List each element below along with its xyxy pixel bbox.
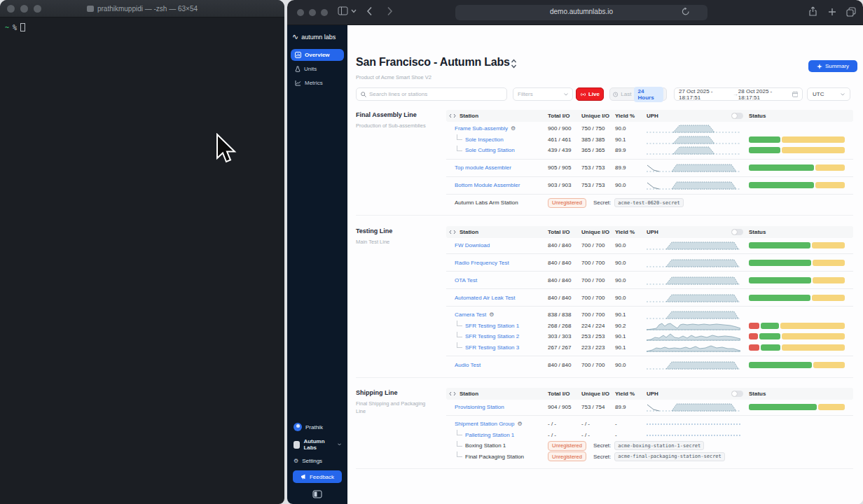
org-logo [294, 441, 300, 449]
secret-value[interactable]: acme-test-0620-secret [614, 198, 684, 207]
sidebar-item-metrics[interactable]: Metrics [291, 77, 344, 89]
summary-button[interactable]: Summary [808, 60, 857, 72]
table-row: Boxing Station 1UnregisteredSecret:acme-… [446, 440, 853, 451]
station-cell: SFR Testing Station 2 [446, 333, 548, 340]
feedback-button[interactable]: Feedback [293, 470, 342, 483]
secret-value[interactable]: acme-final-packaging-station-secret [614, 452, 725, 461]
minimize-window-button[interactable] [309, 9, 316, 16]
status-segment-green [749, 362, 812, 368]
status-bar [749, 295, 845, 301]
station-cell: Autumn Labs Arm Station [446, 200, 548, 206]
sidebar-toggle-icon[interactable] [338, 6, 348, 15]
zoom-window-button[interactable] [321, 9, 328, 16]
station-link[interactable]: SFR Testing Station 2 [465, 333, 519, 340]
station-table: StationTotal I/OUnique I/OYield %UPHStat… [446, 388, 853, 462]
station-link[interactable]: FW Download [455, 242, 490, 248]
terminal-icon [87, 6, 94, 12]
status-segment-green [749, 242, 810, 248]
status-segment-yellow [813, 277, 845, 284]
station-link[interactable]: Radio Frequency Test [455, 260, 509, 266]
chevron-down-icon[interactable] [351, 9, 357, 13]
terminal-window[interactable]: prathikmuppidi — -zsh — 63×54 ~ % [0, 0, 284, 504]
refresh-icon[interactable] [682, 7, 690, 16]
gear-icon[interactable]: ⚙ [511, 125, 516, 132]
settings-item[interactable]: ⚙ Settings [287, 454, 347, 468]
browser-traffic-lights[interactable] [297, 9, 328, 16]
org-switcher[interactable]: Autumn Labs [287, 435, 347, 454]
section-subtitle: Main Test Line [356, 238, 433, 246]
expand-columns-icon[interactable] [449, 113, 456, 118]
station-link[interactable]: Sole Cutting Station [465, 147, 515, 153]
section-divider [356, 215, 853, 216]
url-field[interactable]: demo.autumnlabs.io [455, 5, 707, 20]
timezone-select[interactable]: UTC [807, 88, 850, 101]
uph-sparkline [647, 402, 749, 412]
date-range-picker[interactable]: 27 Oct 2025 - 18:17:51 → 28 Oct 2025 - 1… [674, 88, 803, 101]
status-toggle[interactable] [731, 391, 743, 397]
expand-columns-icon[interactable] [449, 391, 456, 396]
secret-label: Secret: [593, 442, 611, 449]
station-link[interactable]: Audio Test [455, 362, 481, 368]
status-cell [749, 147, 845, 153]
station-link[interactable]: Camera Test [455, 312, 486, 318]
station-label: Autumn Labs Arm Station [455, 200, 518, 206]
secret-value[interactable]: acme-boxing-station-1-secret [614, 441, 704, 450]
status-bar [749, 164, 845, 171]
unique-io-value: 700 / 700 [581, 295, 615, 301]
time-range-control[interactable]: Last 24 Hours [609, 88, 667, 101]
gear-icon[interactable]: ⚙ [517, 421, 522, 427]
station-link[interactable]: SFR Testing Station 3 [465, 344, 519, 351]
search-input[interactable]: Search lines or stations [356, 88, 507, 101]
station-header: Station [446, 229, 548, 235]
uph-sparkline [647, 145, 749, 155]
expand-columns-icon[interactable] [449, 230, 456, 234]
station-link[interactable]: Shipment Station Group [455, 421, 514, 427]
app-logo[interactable]: ∿ autumn labs [287, 25, 347, 47]
station-cell: Palletizing Station 1 [446, 432, 548, 438]
forward-icon[interactable] [387, 6, 393, 16]
user-menu[interactable]: Prathik [287, 419, 347, 435]
terminal-body[interactable]: ~ % [0, 18, 284, 37]
tree-connector [457, 441, 462, 447]
new-tab-icon[interactable] [828, 8, 836, 16]
status-toggle[interactable] [731, 229, 743, 235]
back-icon[interactable] [366, 6, 373, 16]
station-link[interactable]: Top module Assembler [455, 164, 511, 171]
station-cell: Provisioning Station [446, 404, 548, 410]
total-io-header: Total I/O [548, 113, 581, 119]
station-link[interactable]: Provisioning Station [455, 404, 504, 410]
tabs-icon[interactable] [846, 7, 856, 17]
live-button[interactable]: Live [576, 88, 604, 101]
status-bar [749, 323, 845, 329]
station-link[interactable]: SFR Testing Station 1 [465, 323, 519, 329]
sidebar-item-overview[interactable]: Overview [291, 49, 344, 61]
total-io-value: 439 / 439 [548, 147, 581, 153]
site-selector[interactable] [511, 59, 517, 71]
station-link[interactable]: Palletizing Station 1 [465, 432, 514, 438]
table-row: SFR Testing Station 1268 / 268224 / 2249… [446, 321, 853, 332]
share-icon[interactable] [808, 6, 817, 17]
sidebar-item-units[interactable]: Units [291, 63, 344, 75]
section-info: Testing LineMain Test Line [356, 227, 443, 246]
collapse-sidebar-button[interactable] [287, 490, 347, 498]
status-segment-green [749, 147, 780, 153]
station-link[interactable]: OTA Test [455, 277, 477, 284]
table-row: OTA Test840 / 840700 / 70090.0 [446, 274, 853, 286]
total-io-value: 840 / 840 [548, 277, 581, 284]
table-row: Bottom Module Assembler903 / 903753 / 75… [446, 180, 853, 191]
station-link[interactable]: Automated Air Leak Test [455, 295, 516, 301]
station-link[interactable]: Bottom Module Assembler [455, 182, 520, 188]
status-toggle[interactable] [731, 113, 743, 119]
terminal-titlebar[interactable]: prathikmuppidi — -zsh — 63×54 [0, 0, 284, 18]
total-io-value: 840 / 840 [548, 260, 581, 266]
close-window-button[interactable] [297, 9, 304, 16]
section-subtitle: Production of Sub-assemblies [356, 122, 433, 130]
status-bar [749, 147, 845, 153]
station-link[interactable]: Frame Sub-assembly [455, 125, 508, 132]
uph-header-label: UPH [647, 113, 658, 119]
filters-select[interactable]: Filters [513, 88, 573, 101]
gear-icon[interactable]: ⚙ [489, 312, 494, 318]
range-24-hours[interactable]: 24 Hours [634, 87, 663, 102]
yield-value: 90.0 [615, 182, 647, 188]
station-link[interactable]: Sole Inspection [465, 136, 504, 143]
